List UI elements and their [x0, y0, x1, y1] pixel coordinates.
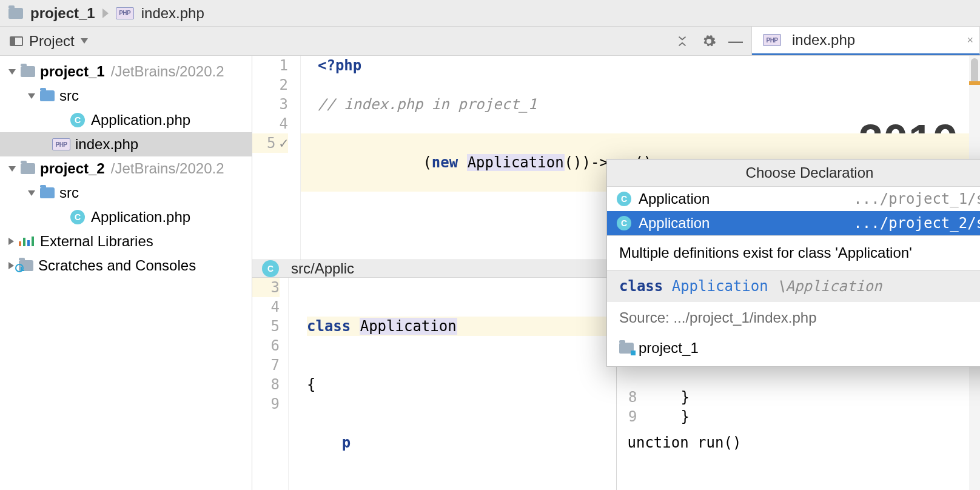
code-line: } [681, 407, 690, 426]
gutter: 1234 5✓ [252, 56, 301, 260]
collapse-icon[interactable] [669, 27, 696, 55]
code-comment: // index.php in project_1 [301, 95, 980, 114]
library-icon [19, 237, 34, 246]
code-identifier: Application [672, 278, 768, 295]
chevron-right-icon [8, 262, 14, 269]
option-path: .../project_1/src [853, 190, 980, 207]
popup-project[interactable]: project_1 ⋮ [607, 334, 980, 366]
tree-label: Application.php [91, 209, 190, 226]
tree-label: project_2 [40, 160, 105, 177]
folder-icon [40, 90, 55, 101]
tree-node-application-php[interactable]: Application.php [0, 108, 252, 132]
chevron-down-icon [8, 69, 16, 75]
chevron-right-icon [102, 8, 109, 18]
php-file-icon [52, 138, 70, 150]
option-path: .../project_2/src [853, 215, 980, 232]
gutter: 3 4 5 6 7 8 9 [252, 278, 289, 490]
tree-label: project_1 [40, 63, 105, 80]
popup-info-text: Multiple definitions exist for class 'Ap… [619, 244, 912, 261]
breadcrumb-file[interactable]: index.php [141, 5, 204, 22]
tree-node-src-2[interactable]: src [0, 181, 252, 205]
folder-icon [21, 66, 35, 77]
minimize-icon[interactable]: — [722, 27, 749, 55]
breadcrumb-root[interactable]: project_1 [30, 5, 95, 22]
editor-left-pane[interactable]: src/Applic 3 4 5 6 7 8 9 class Applicati… [252, 260, 617, 490]
editor-main[interactable]: 1234 5✓ <?php // index.php in project_1 … [252, 56, 980, 260]
option-label: Application [639, 190, 710, 207]
project-panel-label: Project [29, 33, 75, 50]
breadcrumb: project_1 index.php [0, 0, 980, 27]
folder-icon [40, 187, 55, 198]
toolbar: Project — index.php × [0, 27, 980, 56]
gutter-num: 9 [617, 407, 637, 426]
php-file-icon [116, 7, 134, 19]
tree-label: External Libraries [40, 233, 153, 250]
declaration-option-2[interactable]: Application .../project_2/src [607, 211, 980, 235]
code-keyword: new [432, 154, 467, 171]
popup-classline: class Application \Application [607, 270, 980, 302]
tree-node-src[interactable]: src [0, 84, 252, 108]
code-keyword: class [307, 318, 360, 335]
tree-label: src [59, 87, 79, 104]
tab-label: src/Applic [291, 260, 354, 277]
folder-icon [21, 163, 35, 174]
popup-info: Multiple definitions exist for class 'Ap… [607, 235, 980, 270]
code-keyword: class [619, 278, 672, 295]
popup-source: Source: .../project_1/index.php [607, 302, 980, 334]
close-icon[interactable]: × [967, 34, 973, 47]
folder-icon [19, 260, 33, 271]
chevron-down-icon [28, 93, 35, 99]
chevron-down-icon [8, 166, 16, 172]
declaration-option-1[interactable]: Application .../project_1/src [607, 187, 980, 211]
tree-label: index.php [75, 136, 138, 153]
class-icon [617, 192, 631, 206]
tree-node-scratches[interactable]: Scratches and Consoles [0, 253, 252, 278]
gear-icon[interactable] [696, 27, 722, 55]
class-icon [70, 113, 85, 127]
gutter-num: 8 [617, 388, 637, 407]
popup-source-label: Source: [619, 309, 670, 326]
tree-node-index-php[interactable]: index.php [0, 132, 252, 156]
tree-label: Scratches and Consoles [38, 257, 196, 274]
split-tab-left[interactable]: src/Applic [252, 260, 616, 278]
editor-tabs: index.php × [751, 27, 980, 55]
tab-label: index.php [792, 32, 855, 49]
popup-source-path: .../project_1/index.php [670, 309, 817, 326]
tree-node-application-php-2[interactable]: Application.php [0, 205, 252, 229]
chevron-down-icon [81, 38, 88, 44]
class-icon [262, 260, 279, 277]
tree-label: src [59, 184, 79, 201]
tree-node-external-libraries[interactable]: External Libraries [0, 229, 252, 253]
code-identifier: Application [360, 318, 457, 335]
tab-index-php[interactable]: index.php × [752, 27, 980, 55]
code-token: ( [423, 154, 431, 171]
project-tree: project_1 /JetBrains/2020.2 src Applicat… [0, 56, 252, 490]
code-namespace: \Application [768, 278, 882, 295]
code-line: { [307, 375, 616, 394]
tree-label: Application.php [91, 112, 190, 129]
popup-title: Choose Declaration [607, 159, 980, 187]
chevron-down-icon [28, 190, 35, 196]
project-panel-toggle[interactable]: Project [0, 27, 102, 55]
class-icon [617, 216, 631, 230]
code-token: <?php [318, 57, 361, 74]
code-line: } [681, 388, 690, 407]
choose-declaration-popup: Choose Declaration Application .../proje… [606, 159, 980, 367]
tree-node-project-2[interactable]: project_2 /JetBrains/2020.2 [0, 156, 252, 181]
folder-icon [8, 8, 23, 19]
tree-hint: /JetBrains/2020.2 [111, 63, 224, 80]
folder-icon [619, 343, 634, 354]
code-line: unction run() [628, 433, 981, 452]
tree-hint: /JetBrains/2020.2 [111, 160, 224, 177]
chevron-right-icon [8, 238, 14, 245]
php-file-icon [763, 34, 781, 46]
popup-project-label: project_1 [639, 340, 699, 357]
class-icon [70, 210, 85, 224]
tree-node-project-1[interactable]: project_1 /JetBrains/2020.2 [0, 59, 252, 84]
code-identifier[interactable]: Application [467, 154, 565, 171]
option-label: Application [639, 215, 710, 232]
